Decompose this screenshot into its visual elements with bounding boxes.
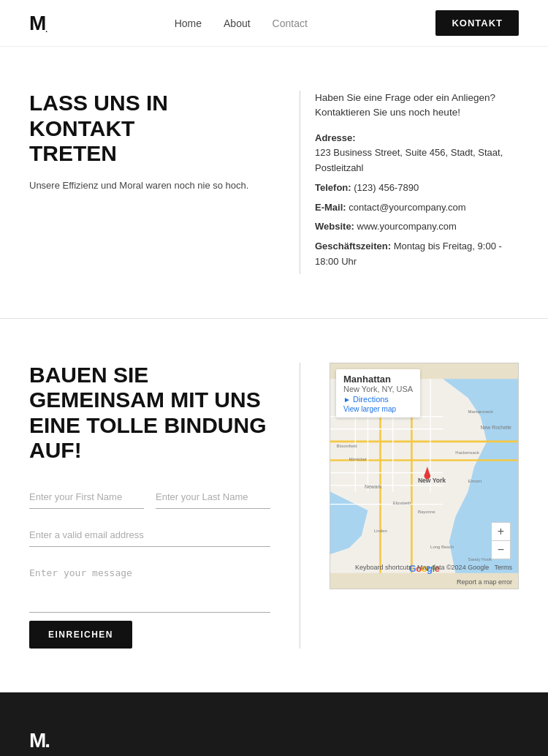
- map-credit: Report a map error: [457, 578, 512, 586]
- svg-text:New York: New York: [418, 476, 446, 483]
- directions-button[interactable]: ► Directions: [343, 395, 389, 404]
- map-place-name: Manhattan: [343, 374, 413, 385]
- message-input[interactable]: [29, 562, 270, 613]
- svg-text:Bayonne: Bayonne: [418, 510, 435, 514]
- email-row: E-Mail: contact@yourcompany.com: [315, 200, 519, 216]
- kontakt-button[interactable]: KONTAKT: [435, 10, 519, 36]
- form-divider: [300, 363, 300, 649]
- last-name-field: [156, 485, 270, 509]
- zoom-in-button[interactable]: +: [492, 523, 510, 540]
- zoom-out-button[interactable]: −: [492, 541, 510, 559]
- svg-text:Hackensack: Hackensack: [455, 450, 479, 455]
- svg-text:Long Beach: Long Beach: [430, 544, 454, 548]
- contact-subtitle: Unsere Effizienz und Moral waren noch ni…: [29, 178, 270, 193]
- address-row: Adresse: 123 Business Street, Suite 456,…: [315, 131, 519, 176]
- form-left-col: BAUEN SIE GEMEINSAM MIT UNS EINE TOLLE B…: [29, 363, 300, 649]
- map-container: New York Newark Montclair Bloomfield New…: [330, 363, 519, 589]
- contact-info-section: LASS UNS IN KONTAKT TRETEN Unsere Effizi…: [0, 47, 548, 319]
- name-fields-row: [29, 485, 270, 509]
- contact-intro: Haben Sie eine Frage oder ein Anliegen? …: [315, 91, 519, 121]
- svg-text:Elmont: Elmont: [468, 478, 482, 483]
- website-row: Website: www.yourcompany.com: [315, 219, 519, 235]
- first-name-input[interactable]: [29, 485, 144, 509]
- svg-text:Montclair: Montclair: [349, 456, 367, 461]
- view-larger-map-link[interactable]: View larger map: [343, 405, 413, 413]
- form-section: BAUEN SIE GEMEINSAM MIT UNS EINE TOLLE B…: [0, 319, 548, 692]
- svg-text:New Rochelle: New Rochelle: [481, 425, 511, 430]
- footer: M. ADRESSE 123 Business Street, Suite 45…: [0, 692, 548, 756]
- nav-home[interactable]: Home: [175, 18, 202, 29]
- svg-text:Bloomfield: Bloomfield: [337, 444, 357, 448]
- map-zoom-controls: + −: [491, 522, 511, 559]
- last-name-input[interactable]: [156, 485, 270, 509]
- logo: M.: [29, 13, 46, 34]
- map-terms: Keyboard shortcuts Map data ©2024 Google…: [355, 564, 512, 571]
- form-title: BAUEN SIE GEMEINSAM MIT UNS EINE TOLLE B…: [29, 363, 270, 464]
- footer-logo: M.: [29, 729, 519, 752]
- phone-row: Telefon: (123) 456-7890: [315, 181, 519, 196]
- nav-links: Home About Contact: [175, 18, 308, 29]
- email-input[interactable]: [29, 523, 270, 547]
- svg-text:Newark: Newark: [365, 484, 382, 489]
- email-field-wrapper: [29, 523, 270, 547]
- submit-button[interactable]: EINREICHEN: [29, 621, 132, 649]
- contact-left-col: LASS UNS IN KONTAKT TRETEN Unsere Effizi…: [29, 91, 300, 274]
- svg-text:Sandy Hook: Sandy Hook: [468, 557, 492, 562]
- map-popup: Manhattan New York, NY, USA ► Directions…: [336, 369, 420, 417]
- svg-text:Linden: Linden: [374, 529, 387, 533]
- first-name-field: [29, 485, 144, 509]
- contact-title: LASS UNS IN KONTAKT TRETEN: [29, 91, 270, 167]
- svg-text:Elizabeth: Elizabeth: [393, 500, 411, 504]
- map-place-sub: New York, NY, USA: [343, 385, 413, 393]
- nav-about[interactable]: About: [224, 18, 251, 29]
- message-field-wrapper: [29, 562, 270, 615]
- contact-right-col: Haben Sie eine Frage oder ein Anliegen? …: [300, 91, 519, 274]
- hours-row: Geschäftszeiten: Montag bis Freitag, 9:0…: [315, 239, 519, 270]
- nav-contact[interactable]: Contact: [273, 18, 308, 29]
- logo-dot: .: [45, 26, 46, 34]
- navbar: M. Home About Contact KONTAKT: [0, 0, 548, 47]
- svg-text:Mamaroneck: Mamaroneck: [468, 409, 493, 414]
- form-inner: BAUEN SIE GEMEINSAM MIT UNS EINE TOLLE B…: [29, 363, 519, 649]
- form-right-col: New York Newark Montclair Bloomfield New…: [315, 363, 519, 649]
